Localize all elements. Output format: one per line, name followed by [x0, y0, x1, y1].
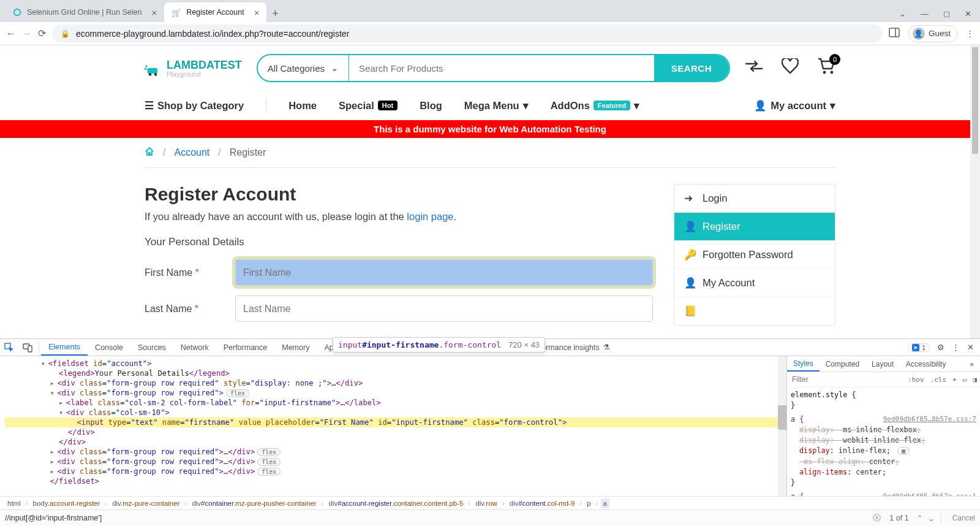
hov-toggle[interactable]: :hov [905, 376, 927, 384]
close-devtools-icon[interactable]: ✕ [967, 343, 974, 352]
crumb[interactable]: body.account-register [31, 498, 103, 508]
login-page-link[interactable]: login page [407, 211, 453, 222]
svg-rect-12 [28, 346, 32, 352]
devtools: Elements Console Sources Network Perform… [0, 338, 980, 526]
shop-by-category[interactable]: ☰ Shop by Category [145, 100, 244, 112]
close-window-icon[interactable]: ✕ [965, 9, 971, 18]
styles-tab-computed[interactable]: Computed [820, 356, 865, 372]
inspect-element-icon[interactable] [0, 339, 18, 356]
panel-toggle-icon[interactable] [889, 27, 900, 40]
category-label: All Categories [268, 63, 325, 74]
search-button[interactable]: SEARCH [654, 55, 729, 81]
nav-addons[interactable]: AddOns Featured ▾ [551, 100, 640, 112]
styles-filter-input[interactable] [787, 375, 905, 384]
cart-icon[interactable]: 0 [817, 58, 835, 79]
styles-tab-layout[interactable]: Layout [865, 356, 900, 372]
nav-blog[interactable]: Blog [420, 100, 442, 112]
book-icon: 📒 [684, 305, 695, 317]
kebab-menu-icon[interactable]: ⋮ [966, 29, 974, 38]
nav-my-account[interactable]: 👤 My account ▾ [754, 100, 835, 112]
clear-search-icon[interactable]: ⓧ [869, 513, 884, 524]
back-button[interactable]: ← [6, 28, 16, 39]
logo-text: LAMBDATEST [167, 59, 242, 72]
styles-panel: Styles Computed Layout Accessibility » :… [786, 356, 980, 496]
close-icon[interactable]: × [151, 7, 157, 18]
maximize-icon[interactable]: ◻ [943, 9, 950, 18]
crumb[interactable]: div.row [473, 498, 500, 508]
computed-toggle-icon[interactable]: ▭ [960, 376, 970, 384]
nav-home[interactable]: Home [288, 100, 317, 112]
profile-chip[interactable]: 👤 Guest [908, 25, 957, 42]
tab-register[interactable]: 🛒 Register Account × [164, 2, 266, 22]
first-name-input[interactable] [235, 259, 653, 286]
elements-panel[interactable]: ▾<fieldset id="account"> <legend>Your Pe… [0, 356, 786, 496]
beaker-icon: ⚗ [603, 343, 610, 352]
browser-tabstrip: Selenium Grid Online | Run Selen × 🛒 Reg… [0, 0, 980, 22]
sidebar-item-login[interactable]: ➜ Login [674, 185, 835, 213]
crumb[interactable]: div#content.col-md-9 [507, 498, 578, 508]
devtools-tab-network[interactable]: Network [173, 339, 216, 356]
main-content: Register Account If you already have an … [145, 184, 653, 332]
crumb[interactable]: div#account-register.container.content.p… [326, 498, 466, 508]
device-toggle-icon[interactable] [18, 339, 37, 356]
search-next-icon[interactable]: ⌄ [925, 514, 937, 523]
scrollbar-thumb[interactable] [970, 45, 980, 156]
panel-layout-icon[interactable]: ◨ [970, 376, 980, 384]
issues-badge[interactable]: ➤1 [908, 343, 930, 352]
site-logo[interactable]: LAMBDATEST Playground [145, 59, 242, 78]
kebab-icon[interactable]: ⋮ [952, 343, 960, 352]
crumb-selected[interactable]: a [601, 498, 609, 508]
compare-icon[interactable] [745, 59, 763, 78]
new-tab-button[interactable]: + [266, 5, 284, 22]
wishlist-icon[interactable] [782, 58, 799, 78]
styles-body[interactable]: element.style { } a {9ed09db6f85…8b57e.c… [787, 387, 980, 496]
page-viewport: LAMBDATEST Playground All Categories ⌄ S… [0, 45, 980, 526]
devtools-tab-sources[interactable]: Sources [130, 339, 173, 356]
crumb[interactable]: p [584, 498, 593, 508]
search-input[interactable] [349, 55, 654, 81]
devtools-tab-memory[interactable]: Memory [274, 339, 317, 356]
scrollbar-thumb[interactable] [778, 405, 786, 430]
home-icon[interactable] [145, 147, 154, 159]
styles-tab-accessibility[interactable]: Accessibility [900, 356, 952, 372]
nav-special[interactable]: Special Hot [339, 100, 398, 112]
search-count: 1 of 1 [889, 514, 908, 522]
sidebar-item-label: My Account [703, 277, 755, 289]
last-name-input[interactable] [235, 295, 653, 322]
sidebar-item-label: Forgotten Password [703, 249, 793, 261]
fieldset-legend: Your Personal Details [145, 236, 653, 248]
category-select[interactable]: All Categories ⌄ [258, 55, 349, 81]
gear-icon[interactable]: ⚙ [937, 343, 944, 352]
add-rule-icon[interactable]: + [949, 376, 960, 384]
lambdatest-favicon-icon [12, 7, 22, 17]
dom-breadcrumb[interactable]: html› body.account-register› div.mz-pure… [0, 496, 980, 509]
chevron-down-icon[interactable]: ⌄ [899, 9, 906, 18]
reload-button[interactable]: ⟳ [38, 28, 46, 39]
styles-more-icon[interactable]: » [963, 356, 980, 372]
cls-toggle[interactable]: .cls [927, 376, 950, 384]
crumb[interactable]: div.mz-pure-container [110, 498, 182, 508]
tab-selenium[interactable]: Selenium Grid Online | Run Selen × [5, 2, 164, 22]
crumb[interactable]: html [5, 498, 23, 508]
nav-label: Special [339, 100, 374, 112]
search-prev-icon[interactable]: ⌃ [914, 514, 925, 523]
svg-rect-3 [148, 68, 158, 74]
devtools-tab-elements[interactable]: Elements [41, 339, 88, 356]
sidebar-item-more[interactable]: 📒 x [674, 297, 835, 325]
elements-scrollbar[interactable] [778, 356, 786, 496]
crumb[interactable]: div#container.mz-pure-pusher-container [189, 498, 318, 508]
devtools-tab-performance[interactable]: Performance [216, 339, 275, 356]
sidebar-item-register[interactable]: 👤 Register [674, 213, 835, 241]
styles-tab-styles[interactable]: Styles [787, 356, 820, 372]
sidebar-item-forgotten[interactable]: 🔑 Forgotten Password [674, 241, 835, 269]
close-icon[interactable]: × [254, 7, 260, 18]
devtools-tab-console[interactable]: Console [88, 339, 130, 356]
sidebar-item-myaccount[interactable]: 👤 My Account [674, 269, 835, 297]
address-bar[interactable]: 🔒 ecommerce-playground.lambdatest.io/ind… [52, 25, 883, 43]
search-cancel[interactable]: Cancel [952, 514, 975, 522]
minimize-icon[interactable]: — [921, 9, 929, 18]
nav-mega-menu[interactable]: Mega Menu ▾ [464, 100, 529, 112]
breadcrumb-account[interactable]: Account [174, 147, 209, 158]
elements-search-input[interactable] [5, 514, 869, 522]
breadcrumb-sep: / [218, 147, 221, 158]
